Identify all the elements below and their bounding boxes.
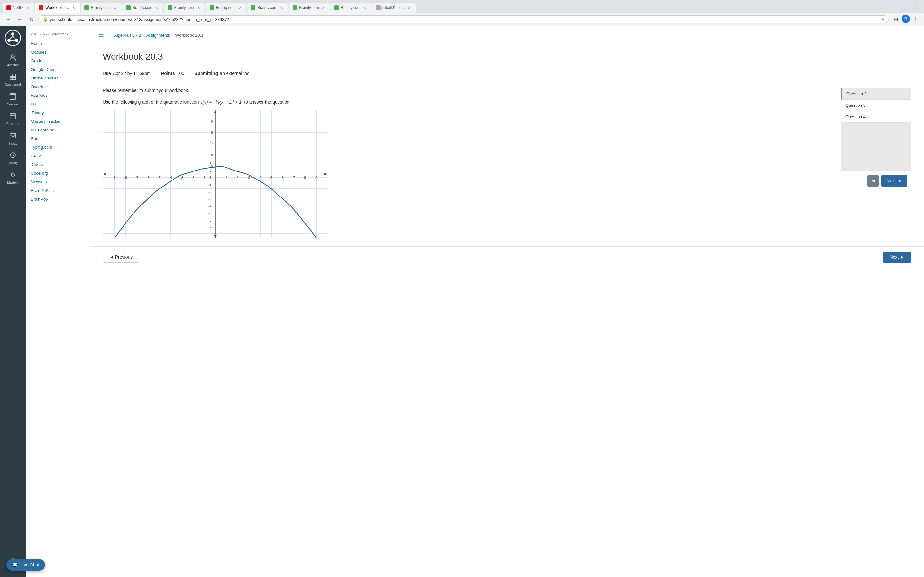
sidebar-link-ixl[interactable]: IXL xyxy=(26,100,89,108)
canvas-logo[interactable] xyxy=(5,29,21,46)
sidebar-link-modules[interactable]: Modules xyxy=(26,48,89,56)
content-body: Please remember to submit your workbook.… xyxy=(103,88,911,239)
sidebar-link-home[interactable]: Home xyxy=(26,39,89,48)
nav-mastery-label: Mastery xyxy=(7,181,19,184)
menu-button[interactable]: ⋮ xyxy=(911,15,920,24)
tab-close-8[interactable]: ✕ xyxy=(363,5,368,10)
next-button[interactable]: Next ► xyxy=(883,251,911,263)
nav-mastery[interactable]: Mastery xyxy=(0,169,26,187)
sidebar-link-sora[interactable]: Sora xyxy=(26,134,89,143)
svg-text:7: 7 xyxy=(293,176,295,179)
tab-favicon-8 xyxy=(334,5,339,10)
browser-tab-4[interactable]: Brainly.com ✕ xyxy=(164,3,205,13)
svg-text:3: 3 xyxy=(248,176,250,179)
nav-history-label: History xyxy=(8,161,18,165)
extensions-button[interactable]: ⊞ xyxy=(891,15,900,24)
svg-text:-3: -3 xyxy=(208,197,212,201)
page-layout: Account Dashboard Courses xyxy=(0,26,924,577)
question-item-2[interactable]: Question 4 xyxy=(841,111,911,123)
breadcrumb-course[interactable]: Algebra I B - 2 xyxy=(114,33,141,37)
tab-label-4: Brainly.com xyxy=(174,5,194,10)
nav-inbox-label: Inbox xyxy=(9,142,17,145)
tab-close-1[interactable]: ✕ xyxy=(71,5,76,10)
svg-point-3 xyxy=(15,39,18,42)
svg-text:4: 4 xyxy=(259,176,261,179)
sidebar-link-iready[interactable]: iReady xyxy=(26,108,89,117)
question-item-1[interactable]: Question 3 xyxy=(841,100,911,111)
nav-history[interactable]: History xyxy=(0,149,26,167)
back-button[interactable]: ← xyxy=(4,15,13,24)
browser-tab-2[interactable]: Brainly.com ✕ xyxy=(81,3,121,13)
browser-tab-1[interactable]: Workbook 2... ✕ xyxy=(35,3,80,13)
browser-tab-7[interactable]: Brainly.com ✕ xyxy=(289,3,330,13)
tab-label-8: Brainly.com xyxy=(341,5,360,10)
svg-point-21 xyxy=(11,175,12,176)
browser-tab-3[interactable]: Brainly.com ✕ xyxy=(122,3,163,13)
svg-text:1: 1 xyxy=(210,176,212,179)
workbook-title: Workbook 20.3 xyxy=(103,52,911,62)
meta-bar: Due Apr 22 by 11:59pm Points 100 Submitt… xyxy=(103,67,911,80)
browser-tab-0[interactable]: Netflix ✕ xyxy=(3,3,34,13)
sidebar-link-overdrive[interactable]: Overdrive xyxy=(26,82,89,91)
nav-dashboard[interactable]: Dashboard xyxy=(0,71,26,89)
browser-tab-5[interactable]: Brainly.com ✕ xyxy=(206,3,247,13)
sidebar-link-offline-tracker[interactable]: Offline Tracker xyxy=(26,74,89,82)
sidebar-link-mastery-tracker[interactable]: Mastery Tracker xyxy=(26,117,89,126)
svg-text:2: 2 xyxy=(237,176,239,179)
tab-close-3[interactable]: ✕ xyxy=(154,5,160,10)
dashboard-icon xyxy=(9,73,16,82)
nav-account[interactable]: Account xyxy=(0,51,26,69)
question-text: Use the following graph of the quadratic… xyxy=(103,99,833,105)
svg-text:9: 9 xyxy=(315,176,317,179)
tab-close-5[interactable]: ✕ xyxy=(237,5,242,10)
breadcrumb-assignments[interactable]: Assignments xyxy=(146,33,170,37)
sidebar-link-code.org[interactable]: Code.org xyxy=(26,169,89,177)
question-panel-empty-space xyxy=(841,123,911,171)
nav-courses[interactable]: Courses xyxy=(0,90,26,109)
live-chat-button[interactable]: 💬 Live Chat xyxy=(6,559,45,571)
tab-close-0[interactable]: ✕ xyxy=(25,5,31,10)
sidebar-link-grades[interactable]: Grades xyxy=(26,56,89,65)
browser-tab-9[interactable]: rdball01 - b... ✕ xyxy=(372,3,416,13)
tab-label-6: Brainly.com xyxy=(257,5,277,10)
prev-question-button[interactable]: ◄ xyxy=(867,175,879,187)
tab-close-9[interactable]: ✕ xyxy=(407,5,412,10)
due-value: Apr 22 by 11:59pm xyxy=(113,71,151,76)
nav-dashboard-label: Dashboard xyxy=(5,83,21,87)
sidebar-link-typing.com[interactable]: Typing.com xyxy=(26,143,89,152)
sidebar-link-newsela[interactable]: Newsela xyxy=(26,177,89,186)
next-question-button[interactable]: Next ► xyxy=(881,175,907,187)
url-input[interactable] xyxy=(50,17,879,22)
math-formula: f(x) = −¹⁄₈(x − 1)² + 1 xyxy=(202,99,242,105)
new-tab-button[interactable]: + xyxy=(912,3,921,13)
sidebar-link-brainpop-jr.[interactable]: BrainPoP Jr. xyxy=(26,186,89,195)
tab-label-7: Brainly.com xyxy=(299,5,319,10)
forward-button[interactable]: → xyxy=(15,15,24,24)
reload-button[interactable]: ↻ xyxy=(27,15,36,24)
sidebar-link-ck12[interactable]: CK12 xyxy=(26,152,89,160)
sidebar-link-google-drive[interactable]: Google Drive xyxy=(26,65,89,74)
sidebar-link-brainpop[interactable]: BrainPop xyxy=(26,195,89,203)
svg-point-2 xyxy=(7,39,11,42)
profile-button[interactable]: R xyxy=(901,15,910,23)
tab-close-2[interactable]: ✕ xyxy=(113,5,118,10)
nav-inbox[interactable]: Inbox xyxy=(0,129,26,148)
address-bar[interactable]: 🔒 ★ xyxy=(39,15,889,23)
tab-close-6[interactable]: ✕ xyxy=(279,5,284,10)
sidebar-link-ixl-learning[interactable]: IXL Learning xyxy=(26,126,89,134)
svg-line-4 xyxy=(10,35,13,39)
tab-label-3: Brainly.com xyxy=(132,5,152,10)
hamburger-button[interactable]: ☰ xyxy=(96,29,107,41)
question-item-0[interactable]: Question 2 xyxy=(841,88,911,100)
mastery-icon xyxy=(9,171,16,180)
browser-tab-6[interactable]: Brainly.com ✕ xyxy=(247,3,288,13)
tab-close-7[interactable]: ✕ xyxy=(321,5,326,10)
nav-calendar[interactable]: Calendar xyxy=(0,110,26,128)
sidebar-link-icivics[interactable]: iCivics xyxy=(26,160,89,169)
svg-text:-2: -2 xyxy=(191,176,194,179)
tab-close-4[interactable]: ✕ xyxy=(196,5,201,10)
sidebar-link-raz-kids[interactable]: Raz Kids xyxy=(26,91,89,100)
previous-button[interactable]: ◄ Previous xyxy=(103,251,139,263)
browser-tab-8[interactable]: Brainly.com ✕ xyxy=(330,3,372,13)
svg-rect-10 xyxy=(10,77,13,80)
